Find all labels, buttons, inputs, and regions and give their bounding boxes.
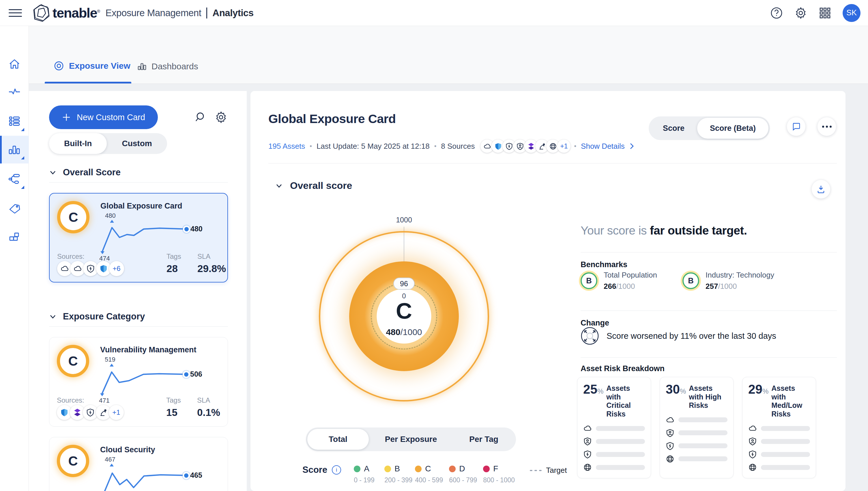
sla-value: 29.8% [197,263,226,275]
divider [581,357,837,357]
legend-dot [354,466,361,472]
card-cloud-security[interactable]: C Cloud Security 467 465 [49,437,228,491]
target-icon [53,60,64,71]
risk-card-critical: 25% Assets with Critical Risks [577,377,651,478]
new-custom-card-label: New Custom Card [77,113,145,122]
tab-per-exposure[interactable]: Per Exposure [369,429,453,450]
score-headline: Your score is far outside target. [581,224,747,237]
sources-count-text: 8 Sources [441,142,475,151]
apps-grid-icon[interactable] [818,6,832,20]
legend-item-d: D 600 - 799 [449,464,483,484]
settings-gear-icon[interactable] [794,6,807,20]
separator-dot: • [310,142,312,150]
avatar[interactable]: SK [843,4,861,22]
risk-bar [761,439,810,444]
spark-peak-label: 467 [105,456,116,463]
legend-dot [483,466,490,472]
assets-link[interactable]: 195 Assets [268,142,305,151]
grade-badge: C [57,345,89,377]
nav-flyout-indicator [21,156,24,160]
change-title: Change [581,319,609,327]
gauge-grade: C [384,298,424,324]
sources-icons: +6 [57,261,122,276]
low-arrow-icon [100,251,104,254]
legend-item-f: F 800 - 1000 [483,464,520,484]
tab-total[interactable]: Total [307,429,369,450]
card-vulnerability-management[interactable]: C Vulnerability Management 519 506 471 S… [49,337,228,427]
shield-bolt-icon [666,442,674,450]
benchmark-grade-badge: B [682,272,699,289]
filter-custom[interactable]: Custom [107,133,167,154]
spark-endpoint-dot [184,372,188,377]
cloud-icon [748,424,757,433]
dash-icon [534,470,537,471]
low-arrow-icon [100,394,104,396]
nav-attack-path-icon[interactable] [0,165,29,193]
benchmarks-title: Benchmarks [581,260,627,269]
separator-dot: • [434,142,437,150]
tags-value: 15 [166,407,181,418]
nav-tags-icon[interactable] [0,195,29,222]
card-global-exposure[interactable]: C Global Exposure Card 480 480 474 Sourc… [49,193,228,283]
nav-integrations-icon[interactable] [0,224,29,252]
tags-label: Tags [166,396,181,404]
new-custom-card-button[interactable]: New Custom Card [49,106,158,129]
help-icon[interactable] [770,6,783,20]
overall-score-section-header[interactable]: Overall score [275,180,352,191]
section-overall-score-label: Overall Score [63,167,121,178]
cards-sidebar: New Custom Card Built-In Custom Overall … [29,91,247,491]
sources-icons: +1 [480,140,568,153]
gauge-score-number: 480 [386,327,400,337]
section-exposure-category-label: Exposure Category [63,311,145,322]
shield-bolt-icon [583,450,592,459]
brand-divider [206,7,207,19]
sla-label: SLA [197,253,226,261]
filter-built-in[interactable]: Built-In [49,133,107,154]
sources-more-badge[interactable]: +1 [109,405,124,420]
legend-dot [415,466,422,472]
benchmark-grade-badge: B [581,272,597,289]
benchmark-label: Total Population [604,271,657,280]
menu-icon[interactable] [9,8,22,18]
risk-bar [596,452,645,457]
spark-endpoint-dot [184,227,189,231]
plus-icon [62,113,71,122]
divider [581,311,837,311]
section-exposure-category[interactable]: Exposure Category [49,311,228,322]
gauge-target-badge: 96 [393,278,415,290]
benchmark-total-population: B Total Population 266/1000 [581,271,657,291]
benchmarks-row: B Total Population 266/1000 B Industry: … [581,271,774,291]
change-row: Score worsened by 11% over the last 30 d… [581,327,776,345]
card-settings-gear-icon[interactable] [214,110,228,124]
nav-inventory-icon[interactable] [0,108,29,135]
gauge-score-value: 480/1000 [375,327,433,337]
search-icon[interactable] [194,110,208,124]
score-legend: Score i A 0 - 199 B 200 - 399 C 400 - 59… [302,464,567,484]
nav-home-icon[interactable] [0,50,29,78]
sources-more-badge[interactable]: +1 [557,140,570,153]
card-title: Global Exposure Card [100,202,182,210]
grade-badge: C [57,201,89,233]
person-shield-icon [666,429,674,437]
info-icon[interactable]: i [332,465,341,474]
legend-item-c: C 400 - 599 [415,464,449,484]
legend-dot [449,466,456,472]
sources-label: Sources: [57,253,85,261]
risk-bar [678,443,727,448]
divider [581,252,837,253]
left-nav-rail [0,26,29,491]
tab-per-tag[interactable]: Per Tag [453,429,515,450]
sources-more-badge[interactable]: +6 [109,261,124,276]
view-tabs: Exposure View Dashboards [29,26,868,84]
section-overall-score[interactable]: Overall Score [49,167,228,178]
divider [49,326,228,327]
tab-dashboards[interactable]: Dashboards [137,61,198,71]
nav-activity-icon[interactable] [0,78,29,106]
tab-exposure-view-label: Exposure View [69,61,130,71]
chevron-down-icon [275,182,283,190]
nav-analytics-icon[interactable] [0,136,29,164]
card-title: Vulnerability Management [100,345,196,354]
sources-icons: +1 [57,405,122,420]
risk-bar [761,465,810,470]
tab-exposure-view[interactable]: Exposure View [53,60,130,71]
